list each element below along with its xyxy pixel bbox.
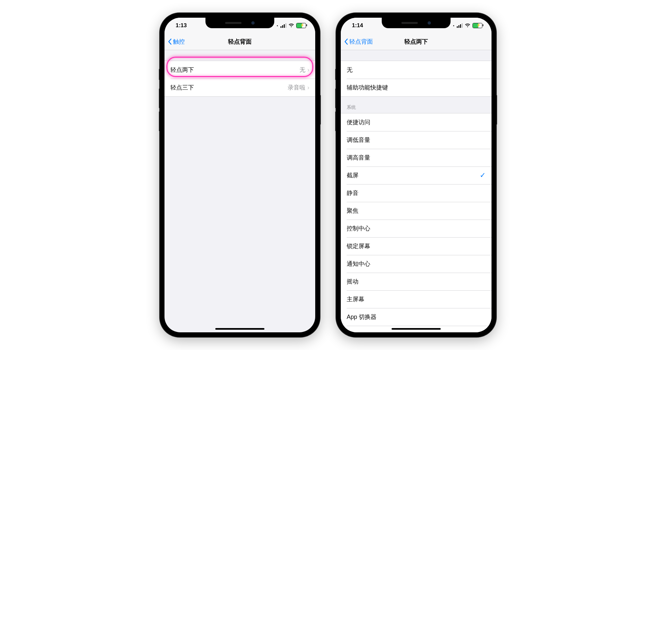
system-option-row-5[interactable]: 聚焦 xyxy=(341,202,492,220)
nav-bar: 触控 轻点背面 xyxy=(164,33,315,50)
battery-icon: ⚡ xyxy=(472,23,482,28)
back-button[interactable]: 触控 xyxy=(168,38,185,46)
row-label: 调高音量 xyxy=(347,154,486,162)
row-label: 轻点两下 xyxy=(170,66,300,74)
row-label: 便捷访问 xyxy=(347,118,486,126)
back-label: 轻点背面 xyxy=(349,38,373,46)
system-option-row-8[interactable]: 通知中心 xyxy=(341,255,492,273)
nav-bar: 轻点背面 轻点两下 xyxy=(341,33,492,50)
row-label: 摇动 xyxy=(347,278,486,285)
signal-extra-dot-icon xyxy=(277,25,278,26)
home-indicator[interactable] xyxy=(392,328,441,330)
system-option-row-3[interactable]: 截屏✓ xyxy=(341,166,492,184)
chevron-right-icon: › xyxy=(307,84,309,91)
notch xyxy=(382,18,450,28)
section-header-system: 系统 xyxy=(341,97,492,113)
phone-left: 1:13 ⚡ 触控 轻点背面 轻点两下 无 › xyxy=(160,13,320,337)
row-label: 主屏幕 xyxy=(347,295,486,303)
chevron-left-icon xyxy=(344,38,348,45)
system-option-row-2[interactable]: 调高音量 xyxy=(341,149,492,166)
chevron-right-icon: › xyxy=(307,67,309,73)
row-label: 截屏 xyxy=(347,171,480,179)
system-option-row-4[interactable]: 静音 xyxy=(341,184,492,202)
row-label: 通知中心 xyxy=(347,260,486,268)
option-row-0[interactable]: 无 xyxy=(341,61,492,79)
row-value: 无 xyxy=(300,66,305,74)
row-label: 无 xyxy=(347,66,486,74)
row-label: 静音 xyxy=(347,189,486,197)
wifi-icon xyxy=(465,23,471,28)
row-triple-tap[interactable]: 轻点三下 录音啦 › xyxy=(164,79,315,96)
row-label: 控制中心 xyxy=(347,225,486,232)
system-option-row-7[interactable]: 锁定屏幕 xyxy=(341,237,492,255)
system-option-row-6[interactable]: 控制中心 xyxy=(341,220,492,237)
system-option-row-1[interactable]: 调低音量 xyxy=(341,131,492,149)
notch xyxy=(206,18,274,28)
system-option-row-0[interactable]: 便捷访问 xyxy=(341,113,492,131)
row-label: 轻点三下 xyxy=(170,84,288,91)
home-indicator[interactable] xyxy=(215,328,264,330)
row-label: 聚焦 xyxy=(347,207,486,215)
battery-icon: ⚡ xyxy=(296,23,306,28)
cellular-signal-icon xyxy=(280,23,286,28)
row-label: 调低音量 xyxy=(347,136,486,144)
checkmark-icon: ✓ xyxy=(480,171,486,180)
content-area[interactable]: 无辅助功能快捷键系统便捷访问调低音量调高音量截屏✓静音聚焦控制中心锁定屏幕通知中… xyxy=(341,50,492,332)
system-option-row-10[interactable]: 主屏幕 xyxy=(341,290,492,308)
content-area: 轻点两下 无 › 轻点三下 录音啦 › xyxy=(164,50,315,332)
signal-extra-dot-icon xyxy=(453,25,454,26)
phone-right: 1:14 ⚡ 轻点背面 轻点两下 无辅助功能快捷键系统便捷访问调低音量调高音量截… xyxy=(336,13,496,337)
chevron-left-icon xyxy=(168,38,172,45)
row-label: App 切换器 xyxy=(347,313,486,321)
system-option-row-9[interactable]: 摇动 xyxy=(341,273,492,290)
status-time: 1:14 xyxy=(352,22,363,29)
back-label: 触控 xyxy=(173,38,185,46)
row-label: 辅助功能快捷键 xyxy=(347,84,486,91)
row-label: 锁定屏幕 xyxy=(347,242,486,250)
wifi-icon xyxy=(288,23,294,28)
system-option-row-11[interactable]: App 切换器 xyxy=(341,308,492,326)
status-time: 1:13 xyxy=(175,22,187,29)
row-value: 录音啦 xyxy=(288,84,305,91)
back-button[interactable]: 轻点背面 xyxy=(344,38,373,46)
option-row-1[interactable]: 辅助功能快捷键 xyxy=(341,79,492,96)
row-label: Siri xyxy=(347,331,486,332)
cellular-signal-icon xyxy=(457,23,463,28)
row-double-tap[interactable]: 轻点两下 无 › xyxy=(164,61,315,79)
nav-title: 轻点背面 xyxy=(164,38,315,46)
